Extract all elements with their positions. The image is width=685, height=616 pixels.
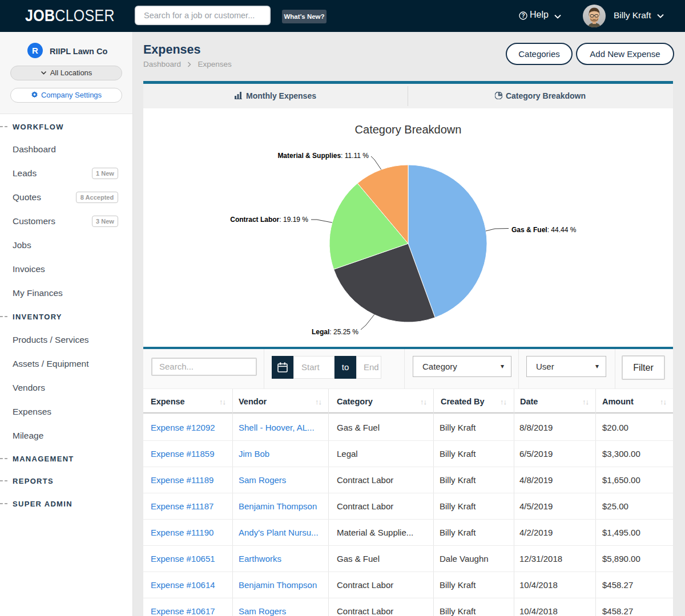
svg-text:Gas & Fuel: 44.44 %: Gas & Fuel: 44.44 %: [511, 226, 577, 234]
svg-text:Category Breakdown: Category Breakdown: [355, 123, 462, 136]
svg-text:Contract Labor: 19.19 %: Contract Labor: 19.19 %: [230, 216, 308, 224]
svg-text:Legal: 25.25 %: Legal: 25.25 %: [312, 328, 358, 336]
svg-text:Material & Supplies: 11.11 %: Material & Supplies: 11.11 %: [277, 152, 369, 160]
svg-text:?: ?: [521, 13, 525, 19]
